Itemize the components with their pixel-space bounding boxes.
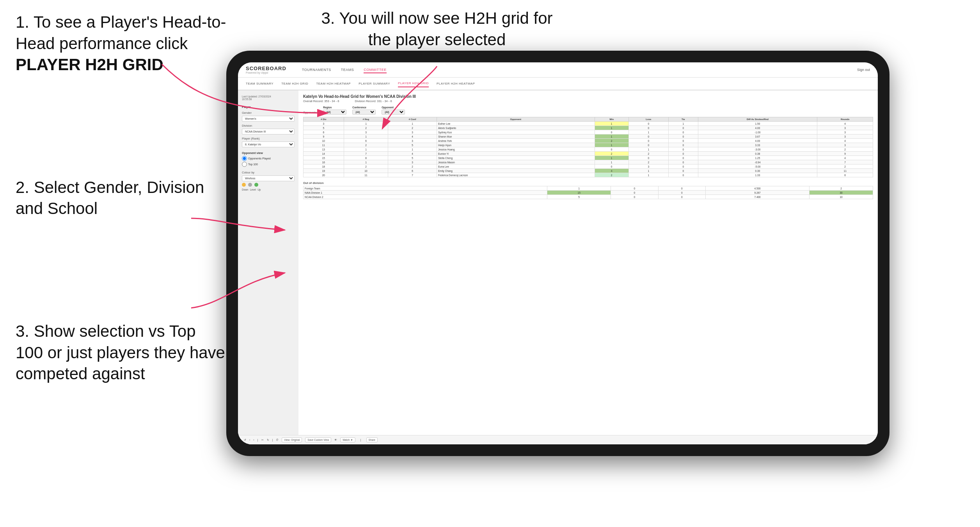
instructions: 1. To see a Player's Head-to-Head perfor… — [0, 0, 242, 410]
sidebar-gender-select[interactable]: Women's — [242, 116, 295, 122]
cell-div: 6 — [304, 130, 344, 134]
cell-opponent: Alexis Sudjianto — [437, 126, 595, 130]
cell-rounds: 11 — [817, 169, 873, 173]
filter-region-select[interactable]: (All) — [323, 110, 346, 115]
cell-conf: 5 — [388, 156, 437, 160]
ood-cell-rounds: 30 — [810, 191, 873, 195]
sub-nav-team-h2h-heatmap[interactable]: TEAM H2H HEATMAP — [316, 80, 351, 87]
cell-win: 0 — [595, 164, 628, 169]
cell-diff: 3.33 — [698, 143, 817, 147]
cell-tie: 0 — [668, 139, 698, 143]
radio-top100[interactable]: Top 100 — [242, 162, 295, 167]
cell-opponent: Andrea York — [437, 139, 595, 143]
ood-cell-opponent: NCAA Division 2 — [304, 195, 547, 199]
cell-diff: -5.00 — [698, 164, 817, 169]
cell-tie: 0 — [668, 126, 698, 130]
cell-rounds: 4 — [817, 139, 873, 143]
cell-opponent: Emily Chang — [437, 169, 595, 173]
cut-icon[interactable]: ✂ — [261, 439, 264, 442]
radio-opponents-played[interactable]: Opponents Played — [242, 156, 295, 161]
table-row: 3 1 1 Esther Lee 1 0 1 1.50 4 — [304, 122, 873, 126]
undo-icon[interactable]: ↺ — [244, 439, 246, 442]
cell-tie: 1 — [668, 122, 698, 126]
ood-cell-opponent: Foreign Team — [304, 186, 547, 191]
cell-loss: 0 — [628, 122, 668, 126]
cell-win: 0 — [595, 130, 628, 134]
cell-conf: 3 — [388, 130, 437, 134]
cell-tie: 0 — [668, 134, 698, 139]
nav-sign-out[interactable]: Sign out — [857, 68, 870, 72]
ood-cell-tie: 0 — [658, 186, 705, 191]
ood-cell-diff: 7.400 — [706, 195, 810, 199]
share-btn[interactable]: Share — [366, 437, 378, 442]
cell-loss: 0 — [628, 126, 668, 130]
cell-opponent: Sydney Kuo — [437, 130, 595, 134]
table-row: 9 1 4 Sharon Mun 1 0 0 3.67 3 — [304, 134, 873, 139]
nav-links: TOURNAMENTS TEAMS COMMITTEE — [302, 66, 387, 73]
cell-win: 1 — [595, 134, 628, 139]
cell-reg: 2 — [344, 143, 388, 147]
grid-records: Overall Record: 353 - 34 - 6 Division Re… — [303, 99, 873, 103]
col-tie: Tie — [668, 117, 698, 122]
filter-conference-select[interactable]: (All) — [352, 110, 376, 115]
cell-diff: 1.50 — [698, 122, 817, 126]
cell-win: 0 — [595, 147, 628, 152]
step3-left-text: 3. Show selection vs Top 100 or just pla… — [16, 321, 226, 385]
ood-cell-loss: 0 — [611, 195, 658, 199]
grid-area: Katelyn Vo Head-to-Head Grid for Women's… — [298, 90, 878, 444]
sub-nav-team-summary[interactable]: TEAM SUMMARY — [246, 80, 273, 87]
cell-div: 13 — [304, 147, 344, 152]
forward-icon[interactable]: › — [253, 439, 254, 441]
save-custom-view-btn[interactable]: Save Custom View — [305, 437, 331, 442]
refresh-icon[interactable]: ↻ — [267, 439, 269, 442]
sub-nav-player-summary[interactable]: PLAYER SUMMARY — [359, 80, 390, 87]
sidebar-player-section: Player Gender Women's Division NCAA Divi… — [242, 105, 295, 147]
cell-loss: 2 — [628, 152, 668, 156]
cell-win: 1 — [595, 122, 628, 126]
cell-win: 1 — [595, 160, 628, 164]
opponents-label: Opponents: — [303, 111, 317, 115]
ood-cell-win: 1 — [547, 186, 611, 191]
separator2: | — [272, 439, 273, 441]
sub-nav-player-h2h-heatmap[interactable]: PLAYER H2H HEATMAP — [437, 80, 475, 87]
cell-diff: 4.00 — [698, 139, 817, 143]
cell-rounds: 3 — [817, 143, 873, 147]
watch-btn[interactable]: Watch ▼ — [340, 437, 355, 442]
col-rounds: Rounds — [817, 117, 873, 122]
back-icon[interactable]: ‹ — [249, 439, 250, 441]
sidebar-player-rank-select[interactable]: 8. Katelyn Vo — [242, 141, 295, 147]
view-original-btn[interactable]: View: Original — [282, 437, 302, 442]
cell-tie: 0 — [668, 164, 698, 169]
ood-cell-win: 15 — [547, 191, 611, 195]
grid-title: Katelyn Vo Head-to-Head Grid for Women's… — [303, 94, 873, 99]
ood-cell-rounds: 2 — [810, 186, 873, 191]
cell-loss: 1 — [628, 147, 668, 152]
cell-tie: 0 — [668, 130, 698, 134]
cell-conf: 1 — [388, 122, 437, 126]
cell-rounds: 9 — [817, 152, 873, 156]
ood-cell-tie: 0 — [658, 195, 705, 199]
ood-table-row: NAIA Division 1 15 0 0 9.267 30 — [304, 191, 873, 195]
cell-tie: 0 — [668, 156, 698, 160]
table-row: 16 1 3 Jessica Mason 1 2 0 -0.94 7 — [304, 160, 873, 164]
cell-win: 4 — [595, 169, 628, 173]
nav-committee[interactable]: COMMITTEE — [364, 66, 387, 73]
cell-tie: 0 — [668, 160, 698, 164]
sub-nav-team-h2h-grid[interactable]: TEAM H2H GRID — [281, 80, 308, 87]
cell-opponent: Jessica Mason — [437, 160, 595, 164]
step3-right-text: 3. You will now see H2H grid for the pla… — [320, 8, 554, 50]
sidebar-division-label: Division — [242, 124, 295, 127]
ood-cell-tie: 0 — [658, 191, 705, 195]
cell-tie: 0 — [668, 173, 698, 177]
nav-teams[interactable]: TEAMS — [341, 66, 354, 73]
nav-tournaments[interactable]: TOURNAMENTS — [302, 66, 331, 73]
cell-loss: 0 — [628, 139, 668, 143]
ood-cell-diff: 9.267 — [706, 191, 810, 195]
sub-nav-player-h2h-grid[interactable]: PLAYER H2H GRID — [398, 80, 429, 87]
sidebar-division-select[interactable]: NCAA Division III — [242, 129, 295, 134]
colour-select[interactable]: Win/loss — [242, 175, 295, 181]
cell-reg: 6 — [344, 139, 388, 143]
cell-div: 11 — [304, 143, 344, 147]
filter-opponent-select[interactable]: (All) — [382, 110, 405, 115]
filter-region: Region (All) — [323, 106, 346, 115]
